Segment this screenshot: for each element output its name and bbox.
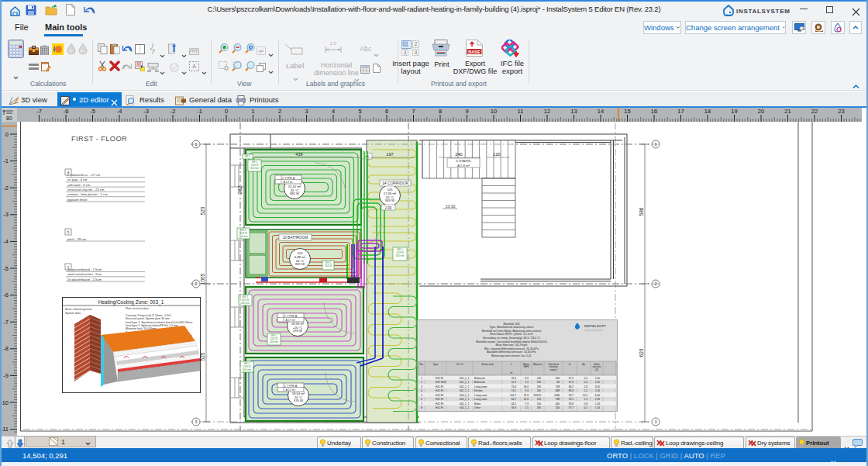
- svg-text:300 mm: 300 mm: [396, 254, 405, 257]
- svg-text:0,5: 0,5: [584, 377, 588, 380]
- svg-text:2x plasterboard - 2,5cm: 2x plasterboard - 2,5cm: [67, 268, 102, 271]
- svg-text:Living room: Living room: [474, 398, 487, 401]
- svg-text:004_1_1: 004_1_1: [460, 406, 470, 409]
- svg-text:A 17 m²: A 17 m²: [283, 181, 294, 184]
- svg-text:Basic related systems: Basic related systems: [65, 308, 92, 311]
- svg-text:36,9: 36,9: [512, 406, 516, 409]
- svg-text:57,7: 57,7: [569, 406, 574, 409]
- svg-text:39,5: 39,5: [569, 398, 574, 401]
- svg-text:M/press.: M/press.: [533, 363, 542, 366]
- svg-text:2,16: 2,16: [595, 389, 600, 392]
- svg-text:200: 200: [537, 389, 542, 392]
- svg-text:150/70: 150/70: [533, 394, 541, 397]
- svg-text:6,06: 6,06: [595, 394, 600, 397]
- svg-text:70,6: 70,6: [512, 385, 516, 388]
- svg-text:681 W: 681 W: [290, 192, 299, 195]
- svg-text:HJC FL: HJC FL: [436, 402, 444, 406]
- svg-text:16: 16: [651, 108, 657, 115]
- svg-text:1005: 1005: [200, 273, 205, 285]
- svg-text:Floor structure data:: Floor structure data:: [126, 307, 149, 310]
- svg-text:6 STAIRS: 6 STAIRS: [456, 159, 471, 163]
- svg-text:-6: -6: [64, 108, 69, 115]
- svg-text:-3: -3: [3, 211, 9, 218]
- svg-text:290: 290: [537, 406, 542, 409]
- svg-text:576 W: 576 W: [294, 399, 303, 402]
- svg-text:80: 80: [6, 116, 12, 121]
- svg-text:1,16: 1,16: [595, 406, 600, 409]
- svg-text:FIRST - FLOOR: FIRST - FLOOR: [71, 135, 127, 143]
- svg-text:300 mm: 300 mm: [270, 340, 278, 343]
- svg-text:Manifold: 003: Manifold: 003: [503, 323, 519, 326]
- svg-text:Heating/Cooling Zone: 003_1: Heating/Cooling Zone: 003_1: [98, 299, 164, 305]
- svg-text:Type: Type: [433, 363, 439, 366]
- svg-text:Manifold set: Inter-Mano; Bala: Manifold set: Inter-Mano; Balancing valv…: [482, 330, 542, 333]
- svg-text:001_1_1: 001_1_1: [460, 377, 470, 380]
- svg-text:10,2: 10,2: [583, 394, 587, 397]
- svg-text:439: 439: [295, 152, 302, 157]
- svg-text:620: 620: [639, 348, 644, 357]
- svg-text:Living room: Living room: [474, 394, 487, 397]
- svg-text:-2: -2: [170, 108, 176, 115]
- svg-text:tn: tn: [569, 363, 571, 366]
- svg-text:(Z): (Z): [595, 368, 598, 371]
- svg-text:2x,9: 2x,9: [512, 381, 516, 384]
- svg-text:Δp: Δp: [582, 363, 585, 366]
- svg-text:8: 8: [421, 406, 422, 409]
- svg-text:Insul.layer 2: Hydroinsulation: Insul.layer 2: Hydroinsulation/PE Fol. 0…: [126, 324, 178, 327]
- svg-text:pitch - 28 cm: pitch - 28 cm: [67, 237, 86, 241]
- svg-text:0,2: 0,2: [584, 406, 588, 409]
- svg-text:Kitchen: Kitchen: [474, 389, 483, 392]
- svg-text:Structural panel, System plate: Structural panel, System plate 30 mm: [126, 317, 170, 320]
- svg-text:-5: -5: [3, 265, 9, 272]
- svg-text:68,2: 68,2: [569, 385, 574, 388]
- svg-text:13,1: 13,1: [512, 389, 516, 392]
- svg-text:HJC FL: HJC FL: [436, 385, 444, 388]
- svg-text:4: 4: [421, 389, 422, 392]
- svg-text:120: 120: [493, 152, 500, 157]
- svg-text:NHR: NHR: [524, 365, 530, 368]
- svg-text:520: 520: [200, 206, 205, 215]
- svg-text:10: 10: [491, 108, 497, 115]
- svg-text:Living room: Living room: [474, 385, 487, 388]
- svg-text:540: 540: [556, 377, 560, 380]
- svg-text:586: 586: [639, 207, 644, 216]
- svg-text:Covering: Parquet (x0,7) 10mm: Covering: Parquet (x0,7) 10mm - 0,0x5: [126, 314, 171, 317]
- svg-text:steel construction - 5cm: steel construction - 5cm: [67, 272, 102, 276]
- svg-text:output: output: [550, 368, 557, 371]
- svg-text:1: 1: [421, 377, 422, 380]
- svg-text:air gap - 4 cm: air gap - 4 cm: [67, 178, 88, 181]
- svg-text:190: 190: [537, 398, 542, 401]
- svg-text:Bathroom: Bathroom: [474, 377, 485, 380]
- svg-text:HJC FL: HJC FL: [436, 406, 444, 409]
- svg-text:2,8: 2,8: [584, 385, 588, 388]
- svg-text:748: 748: [556, 385, 560, 388]
- svg-text:0,4: 0,4: [584, 381, 588, 384]
- svg-text:949 W: 949 W: [385, 198, 394, 202]
- svg-text:-3: -3: [143, 108, 149, 115]
- svg-text:8: 8: [439, 108, 442, 115]
- svg-text:6: 6: [385, 108, 388, 115]
- svg-text:Available differential pressur: Available differential pressure: 14,30 k…: [487, 350, 536, 354]
- svg-text:-7: -7: [3, 319, 9, 326]
- svg-text:-11: -11: [1, 426, 9, 433]
- svg-text:1046: 1046: [554, 394, 560, 397]
- svg-text:7: 7: [421, 402, 422, 406]
- svg-text:HJC FL: HJC FL: [436, 377, 444, 380]
- svg-text:1,2: 1,2: [584, 389, 588, 392]
- svg-text:-1: -1: [3, 157, 9, 164]
- svg-text:3: 3: [421, 385, 422, 388]
- svg-text:2: 2: [421, 381, 422, 384]
- svg-text:3: 3: [305, 108, 308, 115]
- svg-text:System data: System data: [65, 312, 81, 315]
- svg-text:476 W: 476 W: [293, 329, 302, 333]
- svg-text:-1: -1: [197, 108, 202, 115]
- svg-text:516: 516: [556, 406, 560, 409]
- svg-text:6: 6: [421, 398, 422, 401]
- svg-text:18: 18: [704, 108, 711, 115]
- svg-text:19: 19: [731, 108, 737, 115]
- svg-text:m²: m²: [510, 371, 513, 375]
- svg-text:Heat Status IN*RT, Qmeth: 1,5: Heat Status IN*RT, Qmeth: 1,5 m³/h: [490, 333, 533, 336]
- svg-text:3: 3: [654, 419, 656, 424]
- svg-text:5: 5: [421, 394, 422, 397]
- svg-text:001_2_1: 001_2_1: [460, 381, 470, 384]
